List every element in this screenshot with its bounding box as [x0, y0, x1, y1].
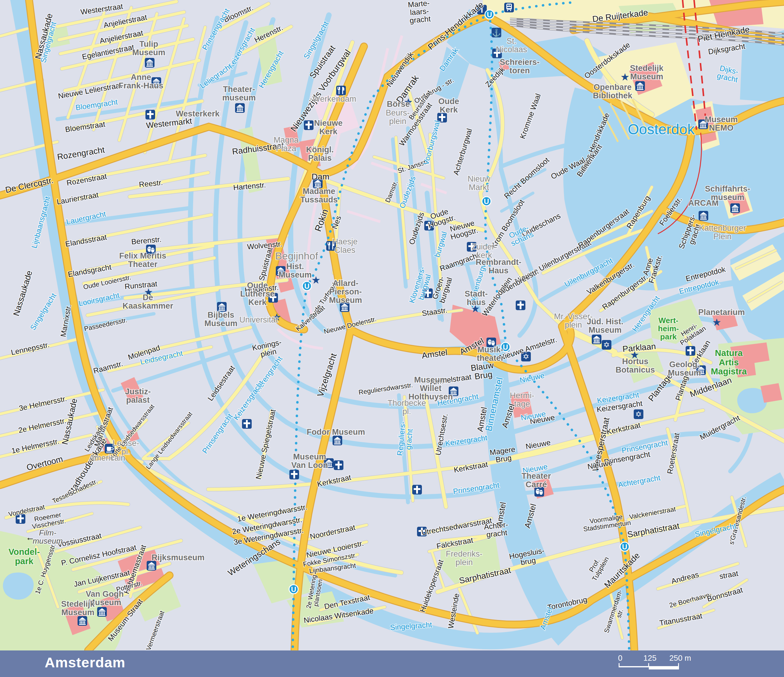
street-label: Marte-laars-gracht [408, 0, 431, 25]
poi-label: StedelijkMuseum [61, 599, 95, 617]
scale-segment [649, 667, 679, 669]
poi-label: Königl.Palais [306, 145, 333, 163]
poi-label: Westerkerk [176, 109, 220, 118]
title-bar: Amsterdam 0 125 250 m [0, 651, 784, 677]
synagogue-icon [634, 409, 643, 419]
poi-label: Geolog.Museum [668, 360, 701, 377]
poi-label: MuseumVan Loon [291, 452, 328, 470]
poi-label: Planetarium [698, 308, 745, 317]
museum-icon [235, 103, 245, 113]
poi-label: HaesjeClaes [332, 237, 358, 255]
scale-zero: 0 [618, 654, 622, 663]
star-icon [311, 274, 320, 286]
poi-label: Universität [239, 315, 278, 325]
scale-bar: 0 125 250 m [616, 653, 700, 674]
map-canvas[interactable]: i⚓✡U★←WesterstraatAnjelierstraatAnjelier… [0, 0, 784, 651]
scale-max: 250 m [669, 654, 691, 663]
museum-icon [730, 203, 740, 213]
metro-icon [620, 542, 629, 551]
poi-label: Justiz-palast [125, 387, 151, 405]
scale-tick [648, 663, 649, 667]
metro-icon [482, 197, 491, 206]
poi-label: MuseumNEMO [705, 115, 738, 132]
metro-icon [302, 281, 311, 290]
poi-label: TheaterCarré [521, 472, 551, 489]
anchor-icon [492, 28, 501, 37]
poi-label: MagnaPlaza [274, 135, 299, 153]
star-icon [712, 317, 721, 328]
poi-label: Musik-theater [477, 345, 504, 363]
metro-icon [485, 10, 494, 19]
scale-mid: 125 [643, 654, 656, 663]
museum-icon [78, 616, 87, 626]
water-label: Oosterdok [628, 121, 695, 137]
map-title: Amsterdam [45, 654, 126, 671]
landmark-building [761, 383, 782, 403]
poi-label: OpenbareBibliothek [593, 83, 633, 100]
church-icon [242, 419, 252, 429]
poi-label: Beurs-plein [386, 108, 410, 126]
church-icon [289, 470, 299, 480]
museum-icon [635, 81, 645, 91]
star-icon [621, 71, 630, 83]
poi-label: NieuwMarkt [467, 174, 490, 192]
street-label: Dam [311, 172, 329, 181]
poi-label: Börse [387, 99, 410, 109]
train-icon [504, 3, 514, 12]
poi-label: BijbelsMuseum [204, 311, 238, 328]
amsterdam-map-page: i⚓✡U★←WesterstraatAnjelierstraatAnjelier… [0, 0, 784, 677]
poi-label: StedelijkMuseum [630, 64, 664, 81]
church-icon [412, 485, 422, 494]
park-label: Wert-heim-park [658, 316, 679, 342]
scale-tick [619, 663, 619, 667]
church-icon [516, 300, 526, 310]
poi-label: Americain [89, 453, 125, 463]
museum-icon [145, 58, 154, 68]
restaurant-icon [336, 86, 346, 95]
synagogue-icon [602, 340, 611, 350]
poi-label: Jüd. Hist.Museum [586, 317, 624, 335]
poi-label: Theater-museum [222, 85, 256, 102]
poi-label: Begijnhof [275, 250, 318, 262]
museum-icon [333, 436, 342, 445]
scale-tick [678, 663, 679, 667]
poi-label: Stadt-haus [465, 289, 488, 307]
metro-icon [289, 585, 298, 594]
church-icon [145, 110, 155, 120]
poi-label: Allard-Pierson-Museum [329, 279, 362, 305]
church-icon [686, 346, 695, 356]
museum-icon [147, 561, 156, 570]
poi-label: Schiffahrts-museum [705, 184, 750, 202]
poi-label: Werkendam [312, 95, 356, 104]
museum-icon [592, 335, 601, 344]
museum-icon [698, 211, 708, 220]
poi-label: Fodor Museum [306, 427, 365, 436]
poi-label: Rijksmuseum [151, 553, 205, 562]
poi-label: OudeKerk [438, 97, 459, 114]
poi-label: MadameTussauds [300, 187, 338, 204]
museum-icon [97, 607, 107, 616]
church-icon [304, 120, 314, 130]
church-icon [334, 460, 344, 470]
